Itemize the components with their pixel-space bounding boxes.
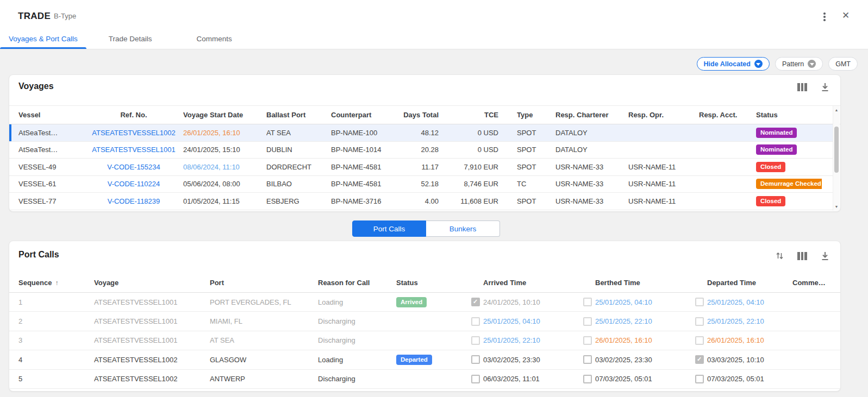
download-icon[interactable] [820, 251, 830, 261]
datetime-value[interactable]: 06/03/2025, 11:01 [483, 375, 540, 383]
checkbox[interactable] [583, 298, 592, 306]
ref-no-link[interactable]: ATSEATESTVESSEL1001 [92, 146, 175, 154]
table-row[interactable]: 4ATSEATESTVESSEL1002GLASGOWLoadingDepart… [9, 350, 840, 369]
counterpart-cell: BP-NAME-1014 [331, 146, 402, 154]
hide-allocated-button[interactable]: Hide Allocated [697, 57, 770, 71]
port-calls-col-status[interactable]: Status [396, 279, 471, 287]
table-row[interactable]: 1ATSEATESTVESSEL1001PORT EVERGLADES, FLL… [9, 293, 840, 312]
voyages-col-type[interactable]: Type [517, 111, 555, 119]
checkbox[interactable] [695, 317, 704, 326]
close-icon[interactable]: ✕ [840, 10, 852, 22]
download-icon[interactable] [820, 82, 830, 92]
checkbox[interactable] [471, 336, 480, 345]
table-row[interactable]: 3ATSEATESTVESSEL1001AT SEADischarging25/… [9, 331, 840, 350]
datetime-value[interactable]: 25/01/2025, 04:10 [595, 298, 652, 306]
datetime-value[interactable]: 25/01/2025, 22:10 [595, 317, 652, 325]
scroll-up-icon[interactable]: ▲ [833, 108, 840, 112]
ref-no-link[interactable]: V-CODE-155234 [107, 163, 160, 171]
voyage-start-date-cell: 26/01/2025, 16:10 [183, 129, 266, 137]
scroll-down-icon[interactable]: ▼ [833, 205, 840, 209]
voyage-start-date[interactable]: 05/06/2024, 08:00 [183, 180, 240, 188]
port-calls-col-departed-time[interactable]: Departed Time [695, 279, 792, 287]
sort-icon[interactable] [774, 251, 785, 261]
voyages-col-ref-no[interactable]: Ref. No. [88, 111, 183, 119]
datetime-value[interactable]: 25/01/2025, 04:10 [707, 298, 764, 306]
checkbox[interactable] [471, 317, 480, 326]
voyage-start-date[interactable]: 08/06/2024, 11:10 [183, 163, 240, 171]
voyages-col-ballast-port[interactable]: Ballast Port [266, 111, 331, 119]
status-cell: Nominated [756, 128, 822, 138]
checkbox[interactable] [695, 355, 704, 364]
datetime-value[interactable]: 24/01/2025, 10:10 [483, 298, 540, 306]
status-cell: Departed [396, 355, 471, 365]
tab-bar: Voyages & Port Calls Trade Details Comme… [0, 28, 868, 49]
checkbox[interactable] [695, 336, 704, 345]
voyages-col-counterpart[interactable]: Counterpart [331, 111, 402, 119]
pattern-button[interactable]: Pattern [775, 57, 823, 71]
port-calls-col-reason-for-call[interactable]: Reason for Call [318, 279, 396, 287]
voyages-col-resp-opr[interactable]: Resp. Opr. [628, 111, 699, 119]
tab-comments[interactable]: Comments [186, 28, 243, 49]
datetime-value[interactable]: 26/01/2025, 16:10 [595, 336, 652, 344]
datetime-value[interactable]: 25/01/2025, 22:10 [483, 336, 540, 344]
datetime-value[interactable]: 25/01/2025, 22:10 [707, 317, 764, 325]
datetime-value[interactable]: 26/01/2025, 16:10 [707, 336, 764, 344]
voyages-col-voyage-start-date[interactable]: Voyage Start Date [183, 111, 266, 119]
port-calls-col-berthed-time[interactable]: Berthed Time [583, 279, 695, 287]
voyage-start-date[interactable]: 24/01/2025, 15:10 [183, 146, 240, 154]
tab-trade-details[interactable]: Trade Details [98, 28, 163, 49]
tab-voyages-port-calls[interactable]: Voyages & Port Calls [0, 28, 86, 49]
status-cell: Closed [756, 162, 822, 172]
datetime-value[interactable]: 03/02/2025, 23:30 [595, 356, 652, 364]
voyages-col-resp-acct[interactable]: Resp. Acct. [699, 111, 756, 119]
ref-no-link[interactable]: ATSEATESTVESSEL1002 [92, 129, 175, 137]
berthed-time-cell: 07/03/2025, 05:01 [583, 375, 695, 383]
datetime-value[interactable]: 25/01/2025, 04:10 [483, 317, 540, 325]
port-calls-col-comments[interactable]: Comments [792, 279, 829, 287]
checkbox[interactable] [583, 355, 592, 364]
timezone-button[interactable]: GMT [828, 57, 858, 71]
checkbox[interactable] [695, 375, 704, 383]
voyages-col-vessel[interactable]: Vessel [18, 111, 88, 119]
port-calls-col-voyage[interactable]: Voyage [94, 279, 210, 287]
vessel-cell: VESSEL-77 [18, 197, 88, 205]
table-row[interactable]: 2ATSEATESTVESSEL1001MIAMI, FLDischarging… [9, 312, 840, 331]
ref-no-link[interactable]: V-CODE-110224 [108, 180, 160, 188]
checkbox[interactable] [583, 317, 592, 326]
datetime-value[interactable]: 03/02/2025, 23:30 [483, 356, 540, 364]
datetime-value[interactable]: 07/03/2025, 05:01 [595, 375, 652, 383]
columns-icon[interactable] [797, 251, 808, 261]
berthed-time-cell: 03/02/2025, 23:30 [583, 355, 695, 364]
datetime-value[interactable]: 03/03/2025, 10:10 [707, 356, 764, 364]
scrollbar[interactable]: ▲ ▼ [833, 106, 840, 211]
checkbox[interactable] [471, 375, 480, 383]
ref-no-link[interactable]: V-CODE-118239 [108, 197, 160, 205]
port-calls-toggle-button[interactable]: Port Calls [352, 220, 426, 237]
checkbox[interactable] [583, 336, 592, 345]
table-row[interactable]: AtSeaTest…ATSEATESTVESSEL100124/01/2025,… [9, 142, 833, 159]
voyage-start-date[interactable]: 26/01/2025, 16:10 [183, 129, 240, 137]
voyages-col-status[interactable]: Status [756, 111, 829, 119]
voyages-col-resp-charterer[interactable]: Resp. Charterer [555, 111, 628, 119]
table-row[interactable]: 5ATSEATESTVESSEL1002ANTWERPDischarging06… [9, 370, 840, 389]
table-row[interactable]: AtSeaTest…ATSEATESTVESSEL100226/01/2025,… [9, 124, 833, 142]
checkbox[interactable] [471, 298, 480, 306]
table-row[interactable]: VESSEL-61V-CODE-11022405/06/2024, 08:00B… [9, 176, 833, 193]
port-calls-col-port[interactable]: Port [210, 279, 318, 287]
scrollbar-thumb[interactable] [834, 127, 839, 173]
voyages-col-days-total[interactable]: Days Total [402, 111, 439, 119]
columns-icon[interactable] [797, 82, 808, 92]
bunkers-toggle-button[interactable]: Bunkers [426, 220, 500, 237]
voyages-col-tce[interactable]: TCE [439, 111, 517, 119]
datetime-value[interactable]: 07/03/2025, 05:01 [707, 375, 764, 383]
port-calls-col-arrived-time[interactable]: Arrived Time [471, 279, 583, 287]
kebab-menu-icon[interactable] [820, 11, 829, 22]
port-calls-col-sequence[interactable]: Sequence↑ [18, 279, 94, 287]
table-row[interactable]: VESSEL-49V-CODE-15523408/06/2024, 11:10D… [9, 159, 833, 176]
checkbox[interactable] [471, 355, 480, 364]
resp-charterer-cell: USR-NAME-33 [555, 163, 628, 171]
table-row[interactable]: VESSEL-77V-CODE-11823901/05/2024, 11:15E… [9, 193, 833, 210]
voyage-start-date[interactable]: 01/05/2024, 11:15 [183, 197, 240, 205]
checkbox[interactable] [583, 375, 592, 383]
checkbox[interactable] [695, 298, 704, 306]
